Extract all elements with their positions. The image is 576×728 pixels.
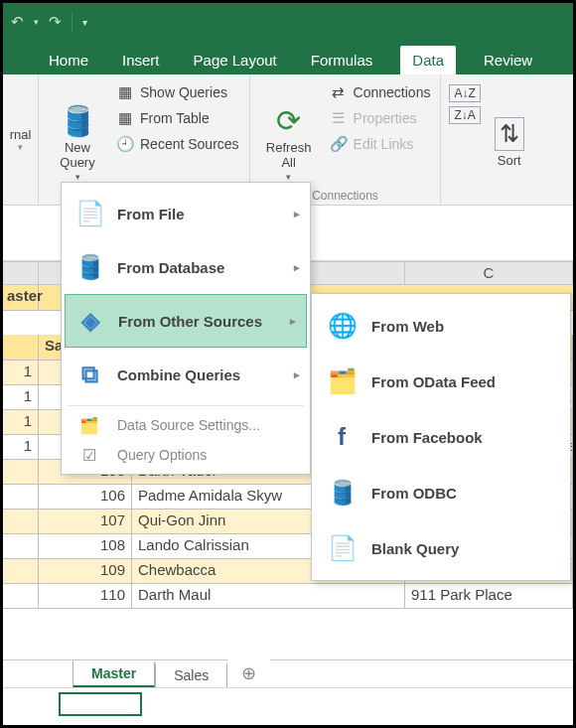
menu-from-database-label: From Database: [117, 259, 224, 276]
database-icon: 🛢️: [328, 479, 356, 507]
submenu-blank-query-label: Blank Query: [371, 540, 459, 557]
cell[interactable]: [3, 460, 39, 485]
submenu-blank-query[interactable]: 📄 Blank Query: [312, 520, 570, 576]
menu-from-other-sources-label: From Other Sources: [118, 313, 262, 330]
links-icon: 🔗: [330, 135, 348, 153]
cell[interactable]: Darth Maul: [132, 584, 405, 609]
submenu-from-facebook[interactable]: f From Facebook: [312, 409, 570, 465]
cell-selection-indicator: [59, 692, 142, 716]
edit-links-button[interactable]: 🔗 Edit Links: [328, 132, 433, 156]
menu-data-source-settings-label: Data Source Settings...: [117, 417, 260, 433]
submenu-from-odata[interactable]: 🗂️ From OData Feed: [312, 354, 570, 409]
database-icon: 🛢️: [75, 253, 103, 281]
connections-button[interactable]: ⇄ Connections: [328, 80, 433, 104]
menu-from-file[interactable]: 📄 From File ▸: [62, 187, 310, 240]
from-table-label: From Table: [140, 110, 210, 126]
submenu-from-odata-label: From OData Feed: [371, 373, 496, 390]
customize-qat-icon[interactable]: ▾: [82, 17, 87, 28]
from-other-sources-submenu: 🌐 From Web 🗂️ From OData Feed f From Fac…: [311, 293, 571, 581]
connections-label: Connections: [354, 84, 431, 100]
tab-formulas[interactable]: Formulas: [305, 46, 379, 74]
file-icon: 📄: [75, 200, 103, 227]
recent-sources-button[interactable]: 🕘 Recent Sources: [114, 132, 241, 156]
sort-asc-button[interactable]: A↓Z: [449, 84, 480, 102]
odata-icon: 🗂️: [328, 367, 356, 395]
refresh-all-label: Refresh All: [266, 140, 312, 170]
cell[interactable]: 1: [3, 435, 39, 460]
submenu-from-web[interactable]: 🌐 From Web: [312, 298, 570, 354]
blank-file-icon: 📄: [328, 534, 356, 562]
new-query-label: New Query: [60, 140, 94, 170]
chevron-right-icon: ▸: [290, 315, 296, 328]
cell[interactable]: 110: [39, 584, 132, 609]
table-row[interactable]: 110Darth Maul911 Park Place: [3, 584, 573, 609]
options-icon: ☑: [75, 446, 103, 465]
refresh-icon: ⟳: [276, 103, 301, 138]
cell[interactable]: 1: [3, 410, 39, 435]
submenu-from-odbc-label: From ODBC: [371, 485, 457, 502]
menu-combine-queries[interactable]: ⧉ Combine Queries ▸: [62, 348, 310, 401]
cell[interactable]: [3, 485, 39, 510]
cell[interactable]: 106: [39, 485, 132, 510]
separator: [72, 13, 72, 31]
tab-home[interactable]: Home: [43, 46, 94, 74]
facebook-icon: f: [328, 423, 356, 451]
chevron-right-icon: ▸: [294, 261, 300, 274]
sort-button[interactable]: ⇅ Sort: [487, 80, 532, 203]
properties-button[interactable]: ☰ Properties: [328, 106, 433, 130]
settings-icon: 🗂️: [75, 416, 103, 435]
combine-icon: ⧉: [75, 361, 103, 388]
cut-label: rnal: [3, 127, 38, 142]
cell[interactable]: 911 Park Place: [405, 584, 573, 609]
cell[interactable]: 109: [39, 559, 132, 584]
sort-desc-button[interactable]: Z↓A: [449, 106, 480, 124]
menu-query-options-label: Query Options: [117, 447, 207, 463]
menu-combine-queries-label: Combine Queries: [117, 366, 240, 383]
from-table-button[interactable]: ▦ From Table: [114, 106, 241, 130]
properties-icon: ☰: [330, 109, 348, 127]
submenu-from-web-label: From Web: [371, 318, 444, 335]
sheet-tabs: Master Sales ⊕: [3, 659, 573, 687]
status-bar: [3, 687, 573, 725]
tab-review[interactable]: Review: [478, 46, 538, 74]
clock-icon: 🕘: [116, 135, 134, 153]
show-queries-button[interactable]: ▦ Show Queries: [114, 80, 241, 104]
menu-from-database[interactable]: 🛢️ From Database ▸: [62, 240, 310, 294]
redo-button[interactable]: ↷: [49, 13, 62, 31]
sheet-tab-master[interactable]: Master: [72, 661, 155, 688]
cell[interactable]: 1: [3, 361, 39, 385]
cell[interactable]: [3, 534, 39, 559]
sheet-tab-sales[interactable]: Sales: [155, 663, 227, 688]
cell[interactable]: [3, 584, 39, 609]
menu-from-other-sources[interactable]: ◈ From Other Sources ▸: [65, 294, 307, 348]
cell[interactable]: 1: [3, 385, 39, 410]
show-queries-label: Show Queries: [140, 84, 227, 100]
chevron-right-icon: ▸: [294, 368, 300, 381]
col-c-header[interactable]: C: [405, 262, 573, 284]
new-query-menu: 📄 From File ▸ 🛢️ From Database ▸ ◈ From …: [61, 182, 311, 475]
add-sheet-button[interactable]: ⊕: [227, 658, 270, 688]
ribbon-group-sort: A↓Z Z↓A ⇅ Sort: [441, 74, 539, 205]
database-icon: 🛢️: [60, 103, 96, 138]
ribbon-cut-left: rnal ▾: [3, 74, 39, 205]
ribbon-tabs: Home Insert Page Layout Formulas Data Re…: [3, 41, 573, 74]
cell[interactable]: 108: [39, 534, 132, 559]
quick-access-toolbar: ↶ ▾ ↷ ▾: [3, 3, 573, 41]
submenu-from-odbc[interactable]: 🛢️ From ODBC: [312, 465, 570, 520]
undo-button[interactable]: ↶: [11, 13, 24, 31]
connections-icon: ⇄: [330, 83, 348, 101]
globe-icon: 🌐: [328, 312, 356, 340]
cell[interactable]: 107: [39, 510, 132, 534]
cell[interactable]: [3, 559, 39, 584]
sort-label: Sort: [498, 153, 521, 168]
table-icon: ▦: [116, 83, 134, 101]
tab-data[interactable]: Data: [400, 46, 456, 74]
undo-more-icon[interactable]: ▾: [34, 17, 39, 27]
cell[interactable]: [3, 510, 39, 534]
menu-query-options[interactable]: ☑ Query Options: [62, 440, 310, 470]
menu-data-source-settings[interactable]: 🗂️ Data Source Settings...: [62, 410, 310, 440]
menu-from-file-label: From File: [117, 206, 185, 222]
tab-page-layout[interactable]: Page Layout: [188, 46, 283, 74]
tab-insert[interactable]: Insert: [116, 46, 166, 74]
sort-icon: ⇅: [495, 117, 524, 151]
